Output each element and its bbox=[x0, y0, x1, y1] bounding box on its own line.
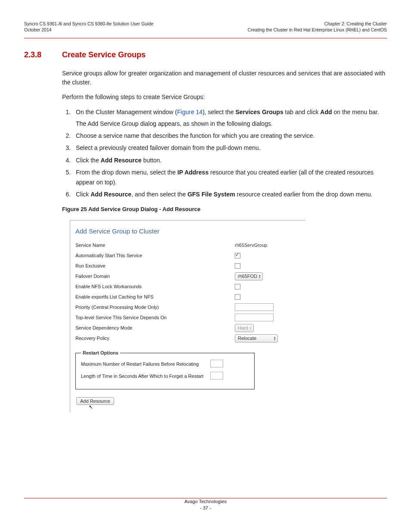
failover-domain-select[interactable]: rh65FOD ▴▾ bbox=[235, 272, 263, 280]
auto-start-label: Automatically Start This Service bbox=[75, 253, 235, 258]
spinner-icon: ▴▾ bbox=[274, 336, 276, 340]
depends-label: Top-level Service This Service Depends O… bbox=[75, 315, 235, 320]
step-2: Choose a service name that describes the… bbox=[72, 131, 387, 140]
dialog-title: Add Service Group to Cluster bbox=[70, 221, 305, 241]
figure-caption: Figure 25 Add Service Group Dialog - Add… bbox=[62, 206, 387, 212]
step-1-sub: The Add Service Group dialog appears, as… bbox=[76, 119, 387, 128]
cursor-icon: ↖ bbox=[89, 404, 93, 410]
running-header: Syncro CS 9361-8i and Syncro CS 9380-8e … bbox=[24, 21, 387, 33]
steps-list: On the Cluster Management window (Figure… bbox=[62, 107, 387, 199]
section-heading: 2.3.8 Create Service Groups bbox=[24, 50, 387, 59]
dep-mode-select[interactable]: Hard ▴▾ bbox=[235, 324, 254, 332]
service-name-value: rh65ServGroup bbox=[235, 243, 300, 248]
step-1: On the Cluster Management window (Figure… bbox=[72, 107, 387, 128]
header-section: Creating the Cluster in Red Hat Enterpri… bbox=[248, 27, 387, 33]
section-number: 2.3.8 bbox=[24, 50, 50, 59]
xref-figure-14[interactable]: Figure 14 bbox=[177, 109, 202, 115]
enable-exportfs-checkbox[interactable] bbox=[235, 294, 240, 300]
depends-input[interactable] bbox=[235, 314, 274, 321]
add-service-group-dialog: Add Service Group to Cluster Service Nam… bbox=[70, 220, 305, 413]
failover-domain-label: Failover Domain bbox=[75, 274, 235, 279]
step-4: Click the Add Resource button. bbox=[72, 156, 387, 165]
run-exclusive-label: Run Exclusive bbox=[75, 263, 235, 268]
lead-para: Perform the following steps to create Se… bbox=[62, 93, 387, 101]
recovery-select[interactable]: Relocate ▴▾ bbox=[235, 334, 278, 342]
run-exclusive-checkbox[interactable] bbox=[235, 263, 240, 269]
enable-nfs-label: Enable NFS Lock Workarounds bbox=[75, 284, 235, 289]
restart-forget-input[interactable] bbox=[210, 372, 223, 380]
service-name-label: Service Name bbox=[75, 243, 235, 248]
restart-options-fieldset: Restart Options Maximum Number of Restar… bbox=[75, 350, 255, 389]
restart-max-label: Maximum Number of Restart Failures Befor… bbox=[81, 361, 210, 367]
step-6: Click Add Resource, and then select the … bbox=[72, 190, 387, 199]
section-title: Create Service Groups bbox=[62, 50, 146, 59]
auto-start-checkbox[interactable] bbox=[235, 253, 240, 258]
intro-para: Service groups allow for greater organiz… bbox=[62, 69, 387, 87]
header-date: October 2014 bbox=[24, 27, 153, 33]
restart-legend: Restart Options bbox=[81, 350, 120, 355]
step-3: Select a previously created failover dom… bbox=[72, 143, 387, 152]
recovery-label: Recovery Policy bbox=[75, 336, 235, 341]
priority-label: Priority (Central Processing Mode Only) bbox=[75, 305, 235, 310]
header-doc-title: Syncro CS 9361-8i and Syncro CS 9380-8e … bbox=[24, 21, 153, 27]
header-chapter: Chapter 2: Creating the Cluster bbox=[248, 21, 387, 27]
dep-mode-label: Service Dependency Mode bbox=[75, 325, 235, 330]
enable-nfs-checkbox[interactable] bbox=[235, 284, 240, 289]
priority-input[interactable] bbox=[235, 303, 274, 311]
footer-company: Avago Technologies bbox=[0, 498, 411, 505]
restart-forget-label: Length of Time in Seconds After Which to… bbox=[81, 373, 210, 379]
spinner-icon: ▴▾ bbox=[250, 326, 252, 330]
footer-page: - 37 - bbox=[0, 505, 411, 511]
step-5: From the drop down menu, select the IP A… bbox=[72, 168, 387, 187]
header-rule bbox=[24, 38, 387, 38]
page-footer: Avago Technologies - 37 - bbox=[0, 498, 411, 511]
spinner-icon: ▴▾ bbox=[259, 274, 261, 278]
add-resource-button[interactable]: Add Resource ↖ bbox=[76, 397, 114, 405]
enable-exportfs-label: Enable exportfs List Caching for NFS bbox=[75, 294, 235, 299]
restart-max-input[interactable] bbox=[210, 360, 223, 367]
